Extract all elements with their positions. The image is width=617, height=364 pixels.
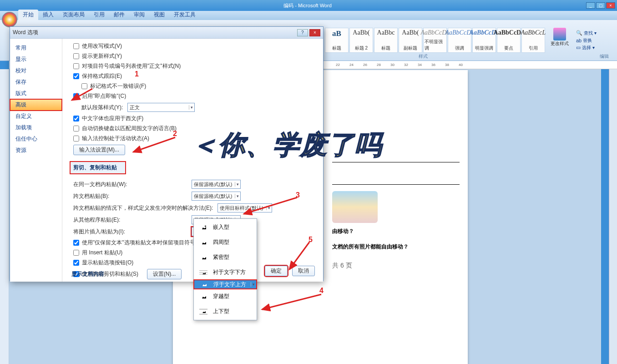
tab-page-layout[interactable]: 页面布局	[58, 10, 89, 20]
document-content: 由移动？ 文档的所有照片都能自由移动？ 共 6 页	[332, 156, 460, 271]
svg-rect-4	[199, 309, 207, 309]
picture-wrap-dropdown: 嵌入型 四周型 紧密型 衬于文字下方 浮于文字上方 穿越型 上下型	[193, 218, 257, 320]
style-item[interactable]: AaBbCcL引用	[521, 28, 545, 53]
ime-settings-button[interactable]: 输入法设置(M)...	[73, 145, 125, 155]
tab-insert[interactable]: 插入	[38, 10, 58, 20]
svg-rect-2	[199, 272, 207, 273]
ime-active-checkbox[interactable]	[73, 136, 79, 142]
edit-group-label: 编辑	[600, 53, 609, 60]
insert-key-paste-checkbox[interactable]	[73, 250, 79, 256]
vertical-scrollbar[interactable]	[609, 69, 617, 364]
sidebar-item-popular[interactable]: 常用	[10, 42, 62, 54]
dropdown-item-tight[interactable]: 紧密型	[194, 250, 257, 265]
doc-heading: 文档的所有照片都能自由移动？	[332, 242, 460, 252]
sidebar-item-resources[interactable]: 资源	[10, 145, 62, 156]
enable-click-type-checkbox[interactable]	[73, 93, 79, 99]
keep-bullet-checkbox[interactable]	[73, 240, 79, 246]
find-icon: 🔍	[576, 30, 582, 36]
dropdown-item-topbottom[interactable]: 上下型	[194, 304, 257, 319]
default-para-style-select[interactable]: 正文	[127, 103, 195, 112]
style-item[interactable]: AaBb(标题 2	[349, 28, 373, 53]
svg-rect-1	[199, 270, 207, 271]
change-style-button[interactable]: 更改样式	[549, 28, 571, 53]
sidebar-item-display[interactable]: 显示	[10, 54, 62, 65]
select-icon: ▭	[576, 45, 581, 51]
tab-developer[interactable]: 开发工具	[169, 10, 200, 20]
svg-rect-0	[205, 226, 206, 227]
style-gallery: aB标题 AaBb(标题 2 AaBbc标题 AaBb(副标题 AaBbCcDc…	[325, 28, 545, 53]
vertical-ruler[interactable]	[0, 69, 9, 364]
dialog-help-button[interactable]: ?	[297, 29, 308, 36]
document-image[interactable]	[332, 191, 378, 223]
paste-cross-doc-select[interactable]: 保留源格式(默认)	[192, 192, 241, 201]
keep-track-formatting-checkbox[interactable]	[73, 73, 79, 79]
style-item[interactable]: AaBbCcDc强调	[448, 28, 471, 53]
normal-style-checkbox[interactable]	[73, 63, 79, 69]
annotation-3: 3	[296, 191, 300, 199]
window-minimize-button[interactable]: _	[586, 2, 595, 9]
replace-button[interactable]: ab替换	[576, 37, 597, 44]
show-paste-options-checkbox[interactable]	[73, 260, 79, 266]
style-item[interactable]: AaBbCcDc不明显强调	[423, 28, 447, 53]
page-count: 共 6 页	[332, 260, 460, 271]
styles-group-label: 样式	[419, 53, 428, 60]
annotation-4: 4	[319, 287, 324, 295]
dog-icon	[198, 293, 208, 300]
use-overtype-mode-checkbox[interactable]	[73, 43, 79, 49]
window-maximize-button[interactable]: ▢	[596, 2, 605, 9]
sidebar-item-addins[interactable]: 加载项	[10, 122, 62, 133]
annotation-5: 5	[308, 236, 313, 244]
sidebar-item-advanced[interactable]: 高级	[10, 99, 62, 111]
tab-mailings[interactable]: 邮件	[109, 10, 129, 20]
window-title: 编码 - Microsoft Word	[29, 2, 586, 9]
office-button[interactable]	[2, 12, 17, 27]
sidebar-item-typography[interactable]: 版式	[10, 88, 62, 99]
paste-conflict-select[interactable]: 使用目标样式(默认)	[217, 203, 272, 212]
change-style-icon	[553, 28, 566, 40]
svg-rect-5	[199, 314, 207, 314]
dropdown-item-front[interactable]: 浮于文字上方	[194, 280, 257, 289]
annotation-1: 1	[135, 70, 139, 78]
ribbon-tabs: 开始 插入 页面布局 引用 邮件 审阅 视图 开发工具	[0, 11, 617, 20]
tab-review[interactable]: 审阅	[129, 10, 149, 20]
cn-font-western-checkbox[interactable]	[73, 116, 79, 121]
tab-view[interactable]: 视图	[149, 10, 169, 20]
cancel-button[interactable]: 取消	[292, 266, 315, 276]
dropdown-item-inline[interactable]: 嵌入型	[194, 220, 257, 235]
paste-same-doc-select[interactable]: 保留源格式(默认)	[192, 180, 241, 189]
window-close-button[interactable]: ×	[606, 2, 615, 9]
dog-icon	[198, 269, 208, 276]
style-item[interactable]: AaBb(副标题	[399, 28, 422, 53]
dropdown-item-square[interactable]: 四周型	[194, 235, 257, 250]
cut-copy-paste-section: 剪切、复制和粘贴	[71, 162, 125, 173]
find-button[interactable]: 🔍查找 ▾	[576, 30, 597, 36]
dog-icon	[198, 254, 208, 261]
dog-icon	[199, 281, 209, 288]
sidebar-item-trust[interactable]: 信任中心	[10, 133, 62, 145]
mark-format-inconsist-checkbox[interactable]	[81, 83, 87, 89]
annotation-2: 2	[173, 130, 177, 138]
tab-references[interactable]: 引用	[89, 10, 109, 20]
dialog-title: Word 选项	[13, 29, 38, 36]
dropdown-item-through[interactable]: 穿越型	[194, 289, 257, 304]
overlay-caption: ＜你、学废了吗	[191, 127, 382, 163]
dialog-titlebar[interactable]: Word 选项 ? ×	[10, 27, 323, 39]
ok-button[interactable]: 确定	[265, 266, 288, 276]
sidebar-item-customize[interactable]: 自定义	[10, 111, 62, 122]
smart-settings-button[interactable]: 设置(N)...	[147, 269, 182, 279]
auto-switch-keyboard-checkbox[interactable]	[73, 126, 79, 131]
style-item[interactable]: AaBbCcDc明显强调	[472, 28, 496, 53]
sidebar-item-save[interactable]: 保存	[10, 76, 62, 88]
tab-home[interactable]: 开始	[18, 10, 38, 20]
style-item[interactable]: AaBbCcDc要点	[497, 28, 521, 53]
dog-icon	[198, 308, 208, 315]
sidebar-item-proofing[interactable]: 校对	[10, 65, 62, 76]
dialog-sidebar: 常用 显示 校对 保存 版式 高级 自定义 加载项 信任中心 资源	[10, 39, 62, 282]
prompt-update-style-checkbox[interactable]	[73, 53, 79, 59]
dialog-close-button[interactable]: ×	[309, 29, 320, 36]
style-item[interactable]: aB标题	[325, 28, 349, 53]
edit-group: 🔍查找 ▾ ab替换 ▭选择 ▾	[576, 30, 597, 51]
select-button[interactable]: ▭选择 ▾	[576, 45, 597, 51]
dropdown-item-behind[interactable]: 衬于文字下方	[194, 265, 257, 280]
style-item[interactable]: AaBbc标题	[374, 28, 398, 53]
